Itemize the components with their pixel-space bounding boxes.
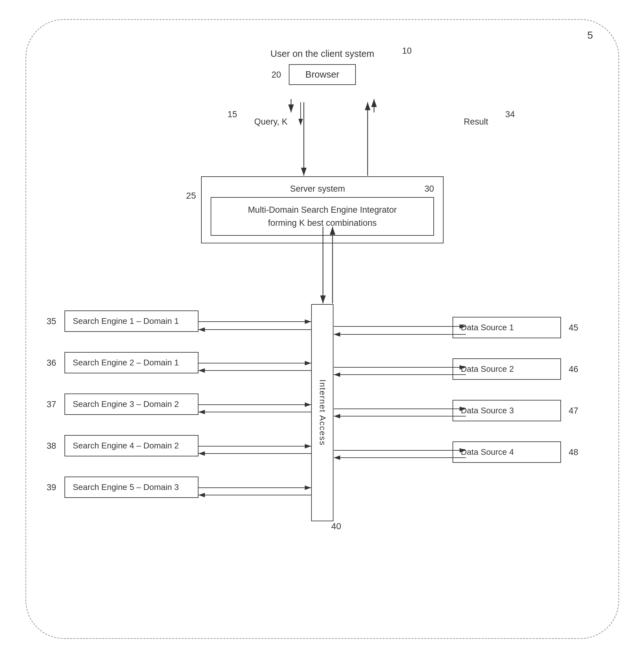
ds-box-3: Data Source 3 47 (453, 400, 561, 421)
ds-box-1: Data Source 1 45 (453, 317, 561, 338)
result-label: Result (464, 117, 488, 127)
server-box: Server system 30 Multi-Domain Search Eng… (201, 176, 443, 243)
browser-label: Browser (305, 69, 339, 80)
se-box-5: 39 Search Engine 5 – Domain 3 (65, 477, 199, 498)
ref-35: 35 (47, 316, 56, 326)
ref-15: 15 (228, 110, 237, 119)
integrator-box: Multi-Domain Search Engine Integratorfor… (211, 197, 434, 236)
ref-34: 34 (505, 110, 515, 119)
ds-box-2: Data Source 2 46 (453, 358, 561, 380)
diagram-container: 5 User on the client system 10 20 Browse… (25, 19, 619, 639)
ref-40: 40 (331, 521, 341, 531)
ref-45: 45 (569, 323, 578, 332)
se-box-2: 36 Search Engine 2 – Domain 1 (65, 352, 199, 373)
query-label: Query, K (254, 117, 288, 127)
se-box-4: 38 Search Engine 4 – Domain 2 (65, 435, 199, 456)
browser-box: 20 Browser (289, 64, 356, 85)
server-title: Server system 30 (211, 184, 434, 194)
ref-20: 20 (272, 70, 281, 80)
ref-5: 5 (587, 29, 593, 41)
se-box-3: 37 Search Engine 3 – Domain 2 (65, 394, 199, 415)
ref-47: 47 (569, 406, 578, 416)
ds-box-4: Data Source 4 48 (453, 441, 561, 463)
ref-37: 37 (47, 399, 56, 409)
client-system-group: User on the client system 10 20 Browser (243, 48, 402, 85)
client-system-label: User on the client system 10 (243, 48, 402, 59)
ref-25: 25 (186, 191, 196, 201)
ref-36: 36 (47, 358, 56, 368)
ref-10: 10 (402, 46, 412, 56)
ref-46: 46 (569, 364, 578, 374)
ref-38: 38 (47, 441, 56, 451)
ref-30: 30 (424, 184, 434, 194)
se-box-1: 35 Search Engine 1 – Domain 1 (65, 310, 199, 332)
ref-48: 48 (569, 447, 578, 457)
internet-box: Internet Access (311, 304, 334, 521)
ref-39: 39 (47, 482, 56, 492)
